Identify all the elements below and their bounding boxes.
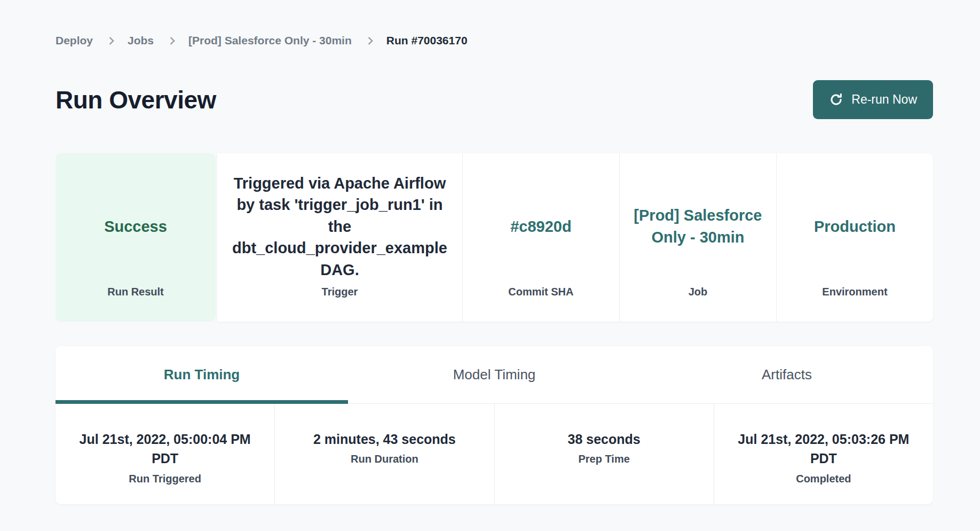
tab-artifacts[interactable]: Artifacts	[641, 346, 933, 403]
run-detail-cards: Triggered via Apache Airflow by task 'tr…	[217, 153, 933, 322]
run-duration-value: 2 minutes, 43 seconds	[313, 430, 456, 449]
run-result-value: Success	[104, 216, 167, 238]
run-summary-cards: Success Run Result Triggered via Apache …	[56, 153, 933, 322]
rerun-now-button-label: Re-run Now	[851, 92, 917, 107]
run-triggered-label: Run Triggered	[129, 473, 201, 485]
completed-label: Completed	[796, 473, 851, 485]
commit-sha-label: Commit SHA	[463, 286, 619, 322]
breadcrumb-item-jobs[interactable]: Jobs	[128, 34, 154, 47]
chevron-right-icon	[167, 36, 176, 45]
completed-value: Jul 21st, 2022, 05:03:26 PM PDT	[726, 430, 921, 468]
prep-time-value: 38 seconds	[568, 430, 641, 449]
breadcrumb-item-run-number: Run #70036170	[386, 34, 468, 47]
prep-time-card: 38 seconds Prep Time	[494, 404, 714, 504]
commit-sha-link[interactable]: #c8920d	[510, 216, 572, 238]
tab-model-timing[interactable]: Model Timing	[348, 346, 641, 403]
environment-label: Environment	[777, 286, 933, 322]
chevron-right-icon	[106, 36, 115, 45]
rerun-now-button[interactable]: Re-run Now	[813, 80, 933, 119]
page-title: Run Overview	[56, 85, 216, 114]
trigger-value: Triggered via Apache Airflow by task 'tr…	[232, 173, 447, 281]
breadcrumb: Deploy Jobs [Prod] Salesforce Only - 30m…	[56, 34, 933, 47]
run-result-card: Success Run Result	[56, 153, 216, 322]
job-card: [Prod] Salesforce Only - 30min Job	[619, 153, 776, 322]
run-triggered-value: Jul 21st, 2022, 05:00:04 PM PDT	[67, 430, 263, 468]
trigger-card: Triggered via Apache Airflow by task 'tr…	[217, 153, 462, 322]
run-result-label: Run Result	[56, 286, 216, 322]
tab-run-timing[interactable]: Run Timing	[56, 346, 348, 403]
chevron-right-icon	[365, 36, 374, 45]
prep-time-label: Prep Time	[578, 453, 629, 465]
run-overview-page: Deploy Jobs [Prod] Salesforce Only - 30m…	[0, 0, 980, 531]
run-triggered-card: Jul 21st, 2022, 05:00:04 PM PDT Run Trig…	[56, 404, 274, 504]
job-label: Job	[620, 286, 776, 322]
trigger-label: Trigger	[217, 286, 462, 322]
tab-bar: Run Timing Model Timing Artifacts	[56, 346, 933, 404]
run-duration-label: Run Duration	[351, 453, 418, 465]
environment-card: Production Environment	[776, 153, 933, 322]
completed-card: Jul 21st, 2022, 05:03:26 PM PDT Complete…	[714, 404, 933, 504]
timing-cards: Jul 21st, 2022, 05:00:04 PM PDT Run Trig…	[56, 404, 933, 504]
run-duration-card: 2 minutes, 43 seconds Run Duration	[274, 404, 494, 504]
breadcrumb-item-deploy[interactable]: Deploy	[56, 34, 93, 47]
job-link[interactable]: [Prod] Salesforce Only - 30min	[631, 205, 764, 248]
environment-link[interactable]: Production	[814, 216, 896, 238]
breadcrumb-item-job-name[interactable]: [Prod] Salesforce Only - 30min	[188, 34, 352, 47]
refresh-icon	[829, 92, 843, 107]
run-timing-panel: Run Timing Model Timing Artifacts Jul 21…	[56, 346, 933, 504]
commit-sha-card: #c8920d Commit SHA	[462, 153, 619, 322]
page-header: Run Overview Re-run Now	[56, 80, 933, 119]
